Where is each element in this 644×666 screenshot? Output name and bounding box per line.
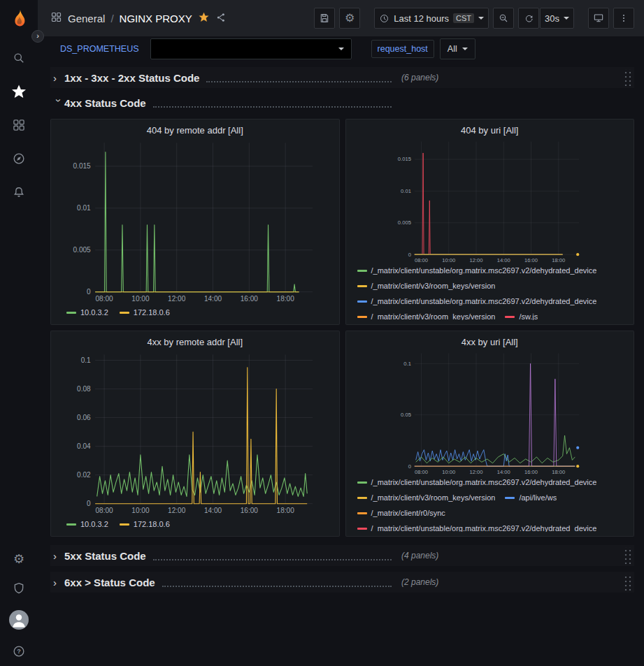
share-icon[interactable] <box>215 12 227 25</box>
zoom-out-button[interactable] <box>493 8 514 29</box>
user-avatar[interactable] <box>9 610 29 630</box>
svg-text:0: 0 <box>87 288 91 296</box>
legend-item[interactable]: /_matrix/client/v3/room_keys/version <box>357 491 496 504</box>
legend-item[interactable]: /_matrix/client/unstable/org.matrix.msc2… <box>357 476 597 488</box>
dashboard-settings-button[interactable]: ⚙ <box>339 8 360 29</box>
legend-item[interactable]: 172.18.0.6 <box>120 518 170 530</box>
svg-text:18:00: 18:00 <box>552 469 565 475</box>
variable-select-request-host[interactable]: All <box>440 38 475 59</box>
dotted-leader <box>206 77 392 82</box>
svg-text:16:00: 16:00 <box>241 507 259 514</box>
svg-text:0: 0 <box>408 252 410 258</box>
row-5xx[interactable]: › 5xx Status Code (4 panels) <box>50 545 634 566</box>
svg-text:08:00: 08:00 <box>415 257 428 263</box>
chart-legend: /_matrix/client/unstable/org.matrix.msc2… <box>353 264 627 320</box>
row-title: 4xx Status Code <box>64 97 146 109</box>
dashboard-title[interactable]: NGINX PROXY <box>120 13 192 24</box>
panel-title[interactable]: 404 by uri [All] <box>353 124 627 138</box>
timeseries-chart[interactable]: 00.0050.010.01508:0010:0012:0014:0016:00… <box>353 138 627 264</box>
legend-item[interactable]: /_matrix/client/v3/room_keys/version <box>357 280 496 292</box>
variable-value-request-host: All <box>448 44 457 54</box>
tv-mode-button[interactable] <box>588 8 609 29</box>
save-button[interactable] <box>314 8 335 29</box>
timeseries-chart[interactable]: 00.050.108:0010:0012:0014:0016:0018:00 <box>353 349 627 476</box>
time-range-label: Last 12 hours <box>394 13 449 24</box>
timeseries-chart[interactable]: 00.020.040.060.080.108:0010:0012:0014:00… <box>58 349 332 516</box>
toolbar-actions: ⚙ Last 12 hours CST 30s <box>314 8 634 29</box>
search-icon[interactable] <box>11 50 27 66</box>
explore-compass-icon[interactable] <box>11 151 27 166</box>
svg-text:0.01: 0.01 <box>77 204 91 212</box>
admin-shield-icon[interactable] <box>11 581 27 596</box>
sidebar-expand-button[interactable]: › <box>31 30 44 43</box>
panel-404-by-uri: 404 by uri [All] 00.0050.010.01508:0010:… <box>345 119 635 325</box>
starred-dashboards-icon[interactable] <box>11 84 27 99</box>
variables-submenu: DS_PROMETHEUS request_host All <box>38 36 644 61</box>
row-1xx-3xx-2xx[interactable]: › 1xx - 3xx - 2xx Status Code (6 panels) <box>50 67 634 88</box>
row-drag-handle[interactable] <box>623 574 631 591</box>
legend-item[interactable]: /_matrix/client/unstable/org.matrix.msc2… <box>357 264 597 277</box>
svg-text:18:00: 18:00 <box>277 507 295 514</box>
panel-4xx-by-remote-addr: 4xx by remote addr [All] 00.020.040.060.… <box>50 331 340 537</box>
favorite-star-icon[interactable] <box>198 11 210 25</box>
svg-text:14:00: 14:00 <box>496 469 510 475</box>
row-4xx[interactable]: › 4xx Status Code <box>50 92 634 113</box>
svg-text:0.04: 0.04 <box>77 442 91 450</box>
server-admin-gear-icon[interactable]: ⚙ <box>11 551 27 567</box>
chevron-right-icon[interactable]: › <box>53 72 64 84</box>
legend-item[interactable]: 10.0.3.2 <box>66 306 108 319</box>
legend-item[interactable]: /_matrix/client/unstable/org.matrix.msc2… <box>357 295 597 307</box>
time-range-picker[interactable]: Last 12 hours CST <box>374 8 489 29</box>
breadcrumb-folder[interactable]: General <box>68 13 105 24</box>
legend-item[interactable]: /_matrix/client/v3/room_keys/version <box>357 310 496 320</box>
legend-item[interactable]: 10.0.3.2 <box>66 518 108 530</box>
svg-text:0.1: 0.1 <box>403 361 411 367</box>
row-drag-handle[interactable] <box>623 547 631 564</box>
grafana-logo-icon[interactable] <box>8 8 29 29</box>
svg-text:14:00: 14:00 <box>496 257 510 263</box>
legend-item[interactable]: /api/live/ws <box>505 491 557 504</box>
alerting-bell-icon[interactable] <box>11 184 27 200</box>
chevron-right-icon[interactable]: › <box>53 550 64 562</box>
timeseries-chart[interactable]: 00.0050.010.01508:0010:0012:0014:0016:00… <box>58 138 332 305</box>
svg-text:12:00: 12:00 <box>469 257 482 263</box>
svg-text:0.1: 0.1 <box>81 356 91 364</box>
panel-title[interactable]: 4xx by remote addr [All] <box>58 335 332 349</box>
chevron-down-icon[interactable]: › <box>53 99 65 110</box>
panel-4xx-by-uri: 4xx by uri [All] 00.050.108:0010:0012:00… <box>345 331 635 537</box>
dotted-leader <box>153 102 392 108</box>
legend-item[interactable]: /_matrix/client/unstable/org.matrix.msc2… <box>357 522 597 532</box>
svg-text:0: 0 <box>408 463 410 470</box>
svg-text:0.005: 0.005 <box>73 246 92 254</box>
help-icon[interactable]: ? <box>11 644 27 659</box>
variable-select-ds-prometheus[interactable] <box>150 38 352 59</box>
legend-item[interactable]: /sw.js <box>505 310 538 320</box>
panel-404-by-remote-addr: 404 by remote addr [All] 00.0050.010.015… <box>50 119 340 325</box>
chevron-down-icon <box>338 48 344 50</box>
row-drag-handle[interactable] <box>623 69 631 86</box>
row-6xx[interactable]: › 6xx > Status Code (2 panels) <box>50 572 634 593</box>
svg-text:10:00: 10:00 <box>131 295 150 303</box>
sidebar: ⚙ ? <box>0 0 38 666</box>
panel-title[interactable]: 404 by remote addr [All] <box>58 124 332 138</box>
refresh-button[interactable] <box>518 8 539 29</box>
svg-text:08:00: 08:00 <box>95 507 113 514</box>
variable-label-request-host[interactable]: request_host <box>371 40 434 58</box>
refresh-interval-select[interactable]: 30s <box>540 8 574 29</box>
svg-text:08:00: 08:00 <box>415 469 428 475</box>
dashboards-icon[interactable] <box>11 117 27 133</box>
chevron-right-icon[interactable]: › <box>53 577 64 588</box>
panel-title[interactable]: 4xx by uri [All] <box>353 335 627 349</box>
svg-text:0.015: 0.015 <box>73 162 92 170</box>
kebab-menu-button[interactable] <box>613 8 634 29</box>
timezone-badge: CST <box>453 13 474 23</box>
svg-text:14:00: 14:00 <box>204 507 222 514</box>
row-panel-count: (6 panels) <box>401 73 438 82</box>
row-panel-count: (4 panels) <box>401 551 438 560</box>
chevron-down-icon <box>564 17 569 20</box>
chart-legend: 10.0.3.2172.18.0.6 <box>58 516 332 532</box>
top-navigation-bar: General / NGINX PROXY ⚙ Last 12 hours CS… <box>38 0 644 36</box>
legend-item[interactable]: 172.18.0.6 <box>120 306 170 319</box>
legend-item[interactable]: /_matrix/client/r0/sync <box>357 507 445 519</box>
svg-text:16:00: 16:00 <box>524 257 537 263</box>
